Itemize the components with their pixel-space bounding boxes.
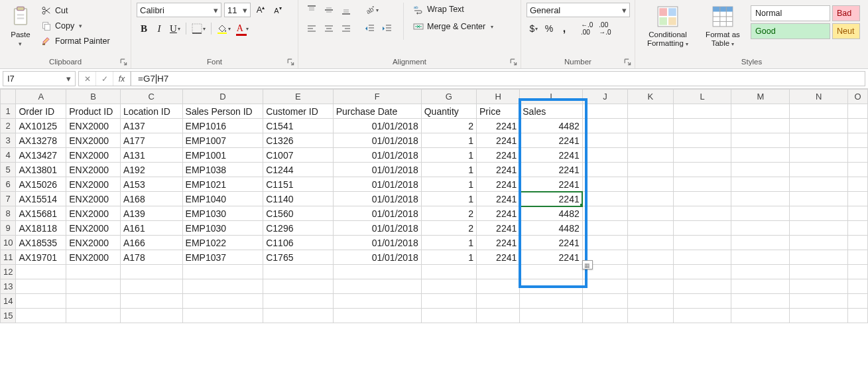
formula-cancel-button[interactable]: ✕ (79, 72, 96, 86)
cell[interactable] (848, 104, 868, 119)
cell[interactable]: EMP1007 (182, 133, 263, 148)
cell[interactable] (333, 309, 421, 323)
cell[interactable]: C1151 (263, 177, 333, 192)
dialog-launcher-icon[interactable] (287, 58, 295, 66)
cell[interactable] (582, 294, 627, 309)
fx-button[interactable]: fx (113, 72, 131, 86)
row-header-3[interactable]: 3 (1, 133, 16, 148)
col-header-D[interactable]: D (182, 90, 263, 104)
cell[interactable] (731, 206, 790, 221)
cell[interactable]: 2241 (520, 148, 582, 163)
style-neutral[interactable]: Neut (832, 23, 860, 39)
align-top-button[interactable] (304, 3, 320, 17)
cell[interactable]: AX13427 (16, 148, 66, 163)
cell[interactable] (628, 265, 673, 279)
cell[interactable]: EMP1038 (182, 163, 263, 177)
row-header-8[interactable]: 8 (1, 206, 16, 221)
cell[interactable]: Purchase Date (333, 104, 421, 119)
cell[interactable] (628, 163, 673, 177)
cell[interactable]: 1 (421, 133, 476, 148)
cell[interactable]: A166 (120, 236, 182, 250)
cell[interactable]: C1541 (263, 119, 333, 133)
cell[interactable] (790, 192, 848, 206)
font-color-button[interactable]: A▾ (234, 21, 251, 36)
cell[interactable]: Product ID (66, 104, 121, 119)
style-good[interactable]: Good (751, 23, 830, 39)
cell[interactable] (673, 148, 731, 163)
cell[interactable]: EMP1001 (182, 148, 263, 163)
cell[interactable] (790, 265, 848, 279)
cell[interactable]: 01/01/2018 (333, 148, 421, 163)
cell[interactable]: 4482 (520, 221, 582, 236)
cell[interactable]: 2241 (520, 133, 582, 148)
cell[interactable] (16, 309, 66, 323)
cell[interactable] (120, 294, 182, 309)
cell[interactable]: Sales Person ID (182, 104, 263, 119)
cell[interactable] (848, 279, 868, 294)
cell[interactable] (848, 133, 868, 148)
cell[interactable] (731, 294, 790, 309)
cell[interactable]: AX18118 (16, 221, 66, 236)
increase-indent-button[interactable] (379, 21, 395, 36)
cell[interactable]: 2241 (520, 177, 582, 192)
decrease-decimal-button[interactable]: .00→.0 (596, 21, 613, 36)
cell[interactable]: C1007 (263, 148, 333, 163)
cell[interactable]: 1 (421, 192, 476, 206)
cell[interactable] (66, 309, 121, 323)
cell[interactable] (263, 265, 333, 279)
cell[interactable] (673, 177, 731, 192)
cell[interactable] (628, 294, 673, 309)
row-header-14[interactable]: 14 (1, 294, 16, 309)
cell[interactable] (790, 309, 848, 323)
col-header-A[interactable]: A (16, 90, 66, 104)
row-header-5[interactable]: 5 (1, 163, 16, 177)
cell[interactable] (66, 294, 121, 309)
cell[interactable] (333, 294, 421, 309)
cell[interactable]: ENX2000 (66, 148, 121, 163)
cell[interactable]: 01/01/2018 (333, 236, 421, 250)
cell[interactable] (731, 104, 790, 119)
cell[interactable]: C1106 (263, 236, 333, 250)
bold-button[interactable]: B (137, 21, 151, 36)
cell[interactable] (182, 294, 263, 309)
cell[interactable] (120, 279, 182, 294)
cell[interactable] (790, 104, 848, 119)
cell[interactable]: ENX2000 (66, 192, 121, 206)
cell[interactable] (673, 119, 731, 133)
cell[interactable] (673, 221, 731, 236)
cell[interactable] (790, 206, 848, 221)
merge-center-button[interactable]: Merge & Center ▾ (412, 20, 495, 33)
cell[interactable]: AX15514 (16, 192, 66, 206)
fill-color-button[interactable]: ▾ (214, 21, 233, 36)
cell[interactable] (582, 133, 627, 148)
align-bottom-button[interactable] (338, 3, 354, 17)
cell[interactable]: EMP1021 (182, 177, 263, 192)
cell[interactable]: AX18535 (16, 236, 66, 250)
cell[interactable] (790, 133, 848, 148)
cell[interactable]: 1 (421, 236, 476, 250)
cell[interactable] (628, 309, 673, 323)
cell[interactable] (731, 119, 790, 133)
cell[interactable] (848, 192, 868, 206)
cell[interactable]: 2241 (477, 221, 520, 236)
col-header-H[interactable]: H (477, 90, 520, 104)
increase-decimal-button[interactable]: ←.0.00 (578, 21, 595, 36)
font-size-select[interactable]: 11 ▾ (224, 3, 251, 17)
cell[interactable] (520, 279, 582, 294)
auto-fill-options-button[interactable] (582, 260, 593, 269)
cell[interactable] (790, 294, 848, 309)
cell[interactable] (673, 133, 731, 148)
cell[interactable]: A177 (120, 133, 182, 148)
cell[interactable] (790, 163, 848, 177)
cell[interactable] (673, 163, 731, 177)
cell[interactable] (790, 177, 848, 192)
cell[interactable] (790, 250, 848, 265)
cell[interactable]: 2241 (477, 177, 520, 192)
italic-button[interactable]: I (152, 21, 166, 36)
row-header-6[interactable]: 6 (1, 177, 16, 192)
cell[interactable]: AX13278 (16, 133, 66, 148)
dialog-launcher-icon[interactable] (624, 58, 632, 66)
fill-handle-icon[interactable] (580, 204, 583, 206)
cell[interactable]: 2241 (520, 192, 582, 206)
cell[interactable] (628, 148, 673, 163)
